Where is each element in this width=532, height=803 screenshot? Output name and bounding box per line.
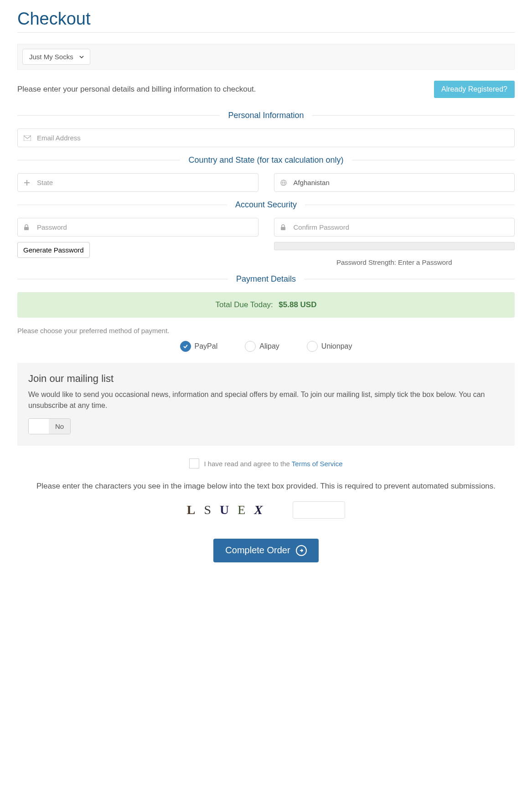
total-label: Total Due Today: — [216, 300, 273, 309]
section-label: Payment Details — [236, 274, 296, 284]
payment-label: Alipay — [259, 342, 279, 350]
globe-icon — [280, 180, 287, 186]
country-value: Afghanistan — [294, 179, 330, 186]
submit-label: Complete Order — [225, 545, 290, 556]
password-strength-bar — [274, 242, 515, 250]
payment-label: Unionpay — [321, 342, 352, 350]
mailing-list-box: Join our mailing list We would like to s… — [17, 363, 515, 446]
radio-icon — [245, 341, 256, 352]
intro-text: Please enter your personal details and b… — [17, 85, 256, 94]
payment-option-alipay[interactable]: Alipay — [245, 341, 279, 352]
state-field[interactable] — [17, 173, 258, 192]
password-strength-text: Password Strength: Enter a Password — [274, 258, 515, 266]
svg-rect-5 — [281, 227, 285, 230]
tos-link[interactable]: Terms of Service — [292, 460, 343, 468]
product-select-well: Just My Socks — [17, 44, 515, 70]
page-title: Checkout — [17, 9, 515, 29]
section-label: Personal Information — [228, 111, 304, 120]
country-select[interactable]: Afghanistan — [274, 173, 515, 192]
section-country: Country and State (for tax calculation o… — [17, 155, 515, 165]
mailing-toggle-label: No — [49, 419, 70, 434]
location-icon — [24, 180, 30, 186]
total-value: $5.88 USD — [279, 300, 316, 309]
payment-label: PayPal — [195, 342, 218, 350]
mailing-toggle[interactable]: No — [28, 418, 71, 434]
chevron-down-icon — [79, 54, 84, 60]
lock-icon — [24, 224, 29, 231]
confirm-password-field[interactable] — [274, 218, 515, 237]
already-registered-button[interactable]: Already Registered? — [434, 81, 515, 98]
svg-rect-4 — [24, 227, 29, 230]
captcha-instructions: Please enter the characters you see in t… — [17, 480, 515, 492]
section-payment: Payment Details — [17, 274, 515, 284]
section-label: Account Security — [235, 200, 297, 210]
tos-text: I have read and agree to the Terms of Se… — [204, 460, 342, 468]
envelope-icon — [24, 135, 31, 141]
lock-icon — [280, 224, 286, 231]
svg-rect-2 — [26, 180, 27, 185]
payment-option-unionpay[interactable]: Unionpay — [307, 341, 352, 352]
radio-icon — [307, 341, 318, 352]
arrow-right-circle-icon — [296, 545, 307, 556]
mailing-text: We would like to send you occasional new… — [28, 389, 504, 411]
check-icon — [183, 344, 188, 349]
payment-option-paypal[interactable]: PayPal — [180, 341, 218, 352]
section-personal: Personal Information — [17, 111, 515, 120]
divider — [17, 32, 515, 33]
password-field[interactable] — [17, 218, 258, 237]
complete-order-button[interactable]: Complete Order — [213, 539, 318, 562]
mailing-title: Join our mailing list — [28, 373, 504, 385]
email-field[interactable] — [17, 129, 515, 147]
tos-checkbox[interactable] — [189, 458, 199, 468]
captcha-image: L S U E X — [187, 503, 265, 517]
product-select[interactable]: Just My Socks — [22, 49, 90, 65]
total-due-box: Total Due Today: $5.88 USD — [17, 292, 515, 318]
captcha-input[interactable] — [293, 501, 345, 519]
payment-hint: Please choose your preferred method of p… — [17, 327, 515, 335]
radio-icon — [180, 341, 191, 352]
generate-password-button[interactable]: Generate Password — [17, 242, 90, 258]
section-label: Country and State (for tax calculation o… — [188, 155, 343, 165]
svg-rect-0 — [24, 135, 31, 141]
section-security: Account Security — [17, 200, 515, 210]
product-select-value: Just My Socks — [29, 53, 73, 61]
